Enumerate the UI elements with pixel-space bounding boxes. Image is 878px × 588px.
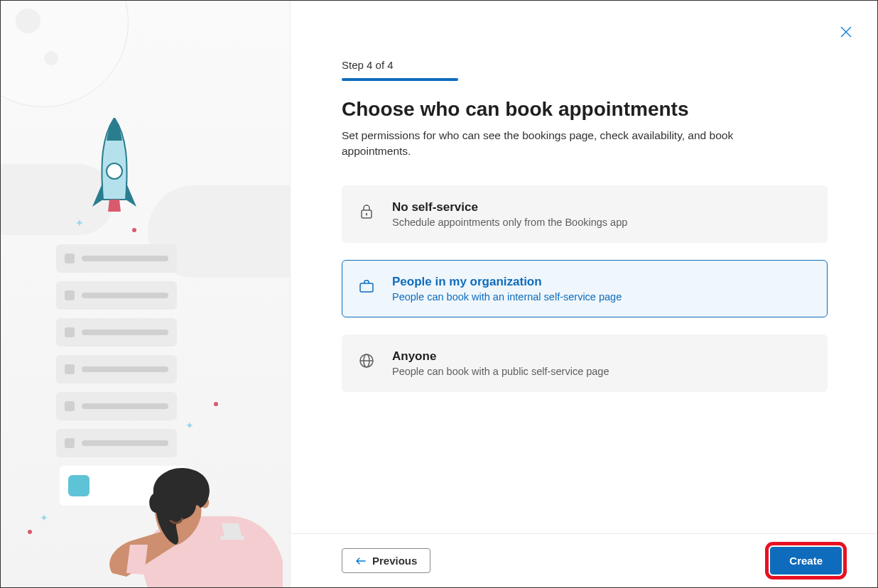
option-desc: People can book with an internal self-se… xyxy=(392,291,811,303)
option-title: People in my organization xyxy=(392,275,811,289)
svg-rect-2 xyxy=(220,536,244,540)
previous-label: Previous xyxy=(372,555,417,567)
option-title: No self-service xyxy=(392,200,811,214)
svg-rect-4 xyxy=(366,213,367,216)
option-desc: People can book with a public self-servi… xyxy=(392,366,811,377)
option-anyone[interactable]: Anyone People can book with a public sel… xyxy=(342,334,828,392)
briefcase-icon xyxy=(358,278,375,295)
wizard-footer: Previous Create xyxy=(291,533,877,587)
close-icon xyxy=(840,26,852,38)
dot-decoration xyxy=(28,530,32,534)
moon-decoration xyxy=(1,1,129,107)
step-indicator: Step 4 of 4 xyxy=(342,59,828,71)
previous-button[interactable]: Previous xyxy=(342,548,430,573)
svg-point-0 xyxy=(107,163,122,179)
page-subtitle: Set permissions for who can see the book… xyxy=(342,128,796,160)
person-illustration xyxy=(70,403,283,587)
sparkle-icon: ✦ xyxy=(75,217,84,229)
svg-point-1 xyxy=(178,503,182,509)
option-desc: Schedule appointments only from the Book… xyxy=(392,217,811,228)
list-item xyxy=(56,355,177,383)
globe-icon xyxy=(358,352,375,369)
sparkle-icon: ✦ xyxy=(40,512,48,523)
wizard-modal: ✦ ✦ ✦ xyxy=(0,0,878,588)
create-label: Create xyxy=(789,555,823,567)
create-button[interactable]: Create xyxy=(770,547,842,575)
option-no-self-service[interactable]: No self-service Schedule appointments on… xyxy=(342,185,828,243)
dot-decoration xyxy=(132,228,136,232)
svg-rect-5 xyxy=(360,283,373,292)
list-item xyxy=(56,244,177,273)
rocket-icon xyxy=(90,118,139,221)
arrow-left-icon xyxy=(355,555,367,567)
list-item xyxy=(56,318,177,347)
close-button[interactable] xyxy=(835,21,857,43)
page-title: Choose who can book appointments xyxy=(342,98,828,121)
list-item xyxy=(56,281,177,310)
option-people-in-org[interactable]: People in my organization People can boo… xyxy=(342,260,828,317)
lock-icon xyxy=(358,203,375,220)
progress-bar xyxy=(342,78,458,81)
illustration-panel: ✦ ✦ ✦ xyxy=(1,1,291,587)
content-panel: Step 4 of 4 Choose who can book appointm… xyxy=(291,1,877,587)
option-title: Anyone xyxy=(392,349,811,364)
